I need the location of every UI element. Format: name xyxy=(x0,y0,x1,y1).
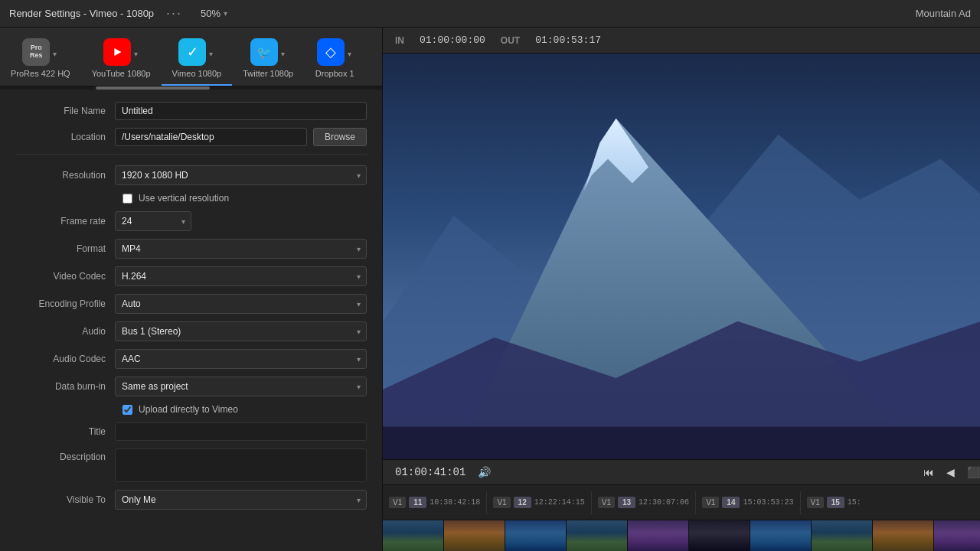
tab-prores[interactable]: ProRes ▾ ProRes 422 HQ xyxy=(0,34,81,86)
audio-codec-select-wrapper: AAC MP3 PCM ▾ xyxy=(115,349,367,369)
thumbnail-3 xyxy=(505,520,567,551)
frame-rate-label: Frame rate xyxy=(15,216,115,227)
svg-rect-5 xyxy=(383,427,980,459)
description-label: Description xyxy=(15,448,115,462)
browse-button[interactable]: Browse xyxy=(313,128,367,146)
vimeo-label: Vimeo 1080p xyxy=(172,69,222,78)
prores-dropdown-arrow[interactable]: ▾ xyxy=(51,48,58,60)
youtube-dropdown-arrow[interactable]: ▾ xyxy=(132,48,139,60)
track-number-13: 13 xyxy=(618,497,635,508)
audio-codec-label: Audio Codec xyxy=(15,354,115,364)
audio-label: Audio xyxy=(15,326,115,337)
frame-rate-select-wrapper: 23.976 24 25 29.97 30 60 ▾ xyxy=(115,211,191,231)
data-burnin-select-wrapper: Same as project On Off ▾ xyxy=(115,377,367,396)
track-list: V1 11 10:38:42:18 V1 12 12:22:14:15 V1 1… xyxy=(383,485,980,520)
preview-area xyxy=(383,54,980,459)
current-timecode: 01:00:41:01 xyxy=(395,466,466,478)
audio-select-wrapper: Bus 1 (Stereo) Bus 2 (Stereo) None ▾ xyxy=(115,321,367,341)
audio-codec-select[interactable]: AAC MP3 PCM xyxy=(115,349,367,369)
thumbnail-7 xyxy=(750,520,812,551)
thumbnail-1 xyxy=(383,520,444,551)
description-textarea[interactable] xyxy=(115,448,367,482)
upload-vimeo-label[interactable]: Upload directly to Vimeo xyxy=(139,404,238,415)
vimeo-dropdown-arrow[interactable]: ▾ xyxy=(207,48,214,60)
video-codec-select[interactable]: H.264 H.265 ProRes DNxHD xyxy=(115,266,367,286)
track-v1-label-11: V1 xyxy=(389,497,406,508)
project-title: Mountain Ad xyxy=(916,8,971,19)
upload-vimeo-row: Upload directly to Vimeo xyxy=(122,404,367,415)
tab-twitter[interactable]: 🐦 ▾ Twitter 1080p xyxy=(232,34,304,86)
location-input[interactable] xyxy=(115,128,307,146)
skip-to-start-button[interactable]: ⏮ xyxy=(920,465,937,480)
zoom-control[interactable]: 50% ▾ xyxy=(201,8,227,19)
data-burnin-select[interactable]: Same as project On Off xyxy=(115,377,367,396)
video-codec-row: Video Codec H.264 H.265 ProRes DNxHD ▾ xyxy=(15,266,367,286)
file-name-label: File Name xyxy=(15,106,115,116)
track-time-11: 10:38:42:18 xyxy=(430,498,480,507)
use-vertical-label[interactable]: Use vertical resolution xyxy=(139,193,229,204)
track-number-15: 15 xyxy=(827,497,844,508)
track-number-12: 12 xyxy=(514,497,531,508)
track-v1-label-13: V1 xyxy=(598,497,615,508)
dropbox-dropdown-arrow[interactable]: ▾ xyxy=(346,48,353,60)
preview-panel: IN 01:00:00:00 OUT 01:00:53:17 xyxy=(383,28,980,551)
twitter-label: Twitter 1080p xyxy=(243,69,293,78)
track-number-14: 14 xyxy=(722,497,740,508)
visible-to-label: Visible To xyxy=(15,494,115,505)
prores-icon: ProRes xyxy=(22,38,50,66)
format-select[interactable]: MP4 MOV MXF DNxHD xyxy=(115,239,367,259)
stop-button[interactable]: ⬛ xyxy=(964,465,980,480)
resolution-row: Resolution 1920 x 1080 HD 980 x 551 HD … xyxy=(15,165,367,185)
thumbnail-strip xyxy=(383,520,980,551)
location-label: Location xyxy=(15,132,115,142)
more-options-button[interactable]: ··· xyxy=(166,5,182,21)
thumbnail-10 xyxy=(934,520,980,551)
track-item-15: V1 15 15: xyxy=(801,494,867,511)
video-codec-label: Video Codec xyxy=(15,271,115,282)
encoding-profile-select-wrapper: Auto High Main Baseline ▾ xyxy=(115,294,367,314)
step-back-button[interactable]: ◀ xyxy=(943,465,958,480)
out-timecode: 01:00:53:17 xyxy=(535,34,601,46)
visible-to-select-wrapper: Only Me Everyone Password Protected ▾ xyxy=(115,490,367,510)
tab-dropbox[interactable]: ◇ ▾ Dropbox 1 xyxy=(304,34,365,86)
thumbnail-2 xyxy=(444,520,505,551)
frame-rate-select[interactable]: 23.976 24 25 29.97 30 60 xyxy=(115,211,191,231)
inout-bar: IN 01:00:00:00 OUT 01:00:53:17 xyxy=(383,28,980,54)
track-v1-label-14: V1 xyxy=(702,497,719,508)
location-row: Location Browse xyxy=(15,128,367,146)
zoom-chevron-icon[interactable]: ▾ xyxy=(224,9,227,18)
dropbox-label: Dropbox 1 xyxy=(315,69,354,78)
volume-icon[interactable]: 🔊 xyxy=(478,466,491,478)
timeline-controls-bar: 01:00:41:01 🔊 ⏮ ◀ ⬛ xyxy=(383,459,980,485)
tab-scroll-thumb xyxy=(96,86,211,90)
video-codec-select-wrapper: H.264 H.265 ProRes DNxHD ▾ xyxy=(115,266,367,286)
preview-image xyxy=(383,54,980,459)
use-vertical-checkbox[interactable] xyxy=(122,194,132,204)
twitter-dropdown-arrow[interactable]: ▾ xyxy=(279,48,286,60)
track-v1-label-15: V1 xyxy=(807,497,824,508)
tab-vimeo[interactable]: ✓ ▾ Vimeo 1080p xyxy=(162,34,233,86)
zoom-value: 50% xyxy=(201,8,220,19)
track-v1-label-12: V1 xyxy=(493,497,510,508)
title-row: Title xyxy=(15,422,367,441)
audio-codec-row: Audio Codec AAC MP3 PCM ▾ xyxy=(15,349,367,369)
thumbnail-9 xyxy=(873,520,934,551)
thumbnail-5 xyxy=(628,520,689,551)
prores-label: ProRes 422 HQ xyxy=(11,69,70,78)
in-label: IN xyxy=(395,35,404,46)
file-name-row: File Name xyxy=(15,102,367,120)
encoding-profile-select[interactable]: Auto High Main Baseline xyxy=(115,294,367,314)
resolution-select[interactable]: 1920 x 1080 HD 980 x 551 HD 3840 x 2160… xyxy=(115,165,367,185)
data-burnin-row: Data burn-in Same as project On Off ▾ xyxy=(15,377,367,396)
format-label: Format xyxy=(15,243,115,254)
upload-vimeo-checkbox[interactable] xyxy=(122,405,132,415)
title-input[interactable] xyxy=(115,422,367,441)
frame-rate-row: Frame rate 23.976 24 25 29.97 30 60 ▾ xyxy=(15,211,367,231)
dropbox-icon: ◇ xyxy=(317,38,345,66)
file-name-input[interactable] xyxy=(115,102,367,120)
visible-to-select[interactable]: Only Me Everyone Password Protected xyxy=(115,490,367,510)
tab-youtube[interactable]: ▾ YouTube 1080p xyxy=(81,34,162,86)
title-label: Title xyxy=(15,426,115,437)
visible-to-row: Visible To Only Me Everyone Password Pro… xyxy=(15,490,367,510)
audio-select[interactable]: Bus 1 (Stereo) Bus 2 (Stereo) None xyxy=(115,321,367,341)
